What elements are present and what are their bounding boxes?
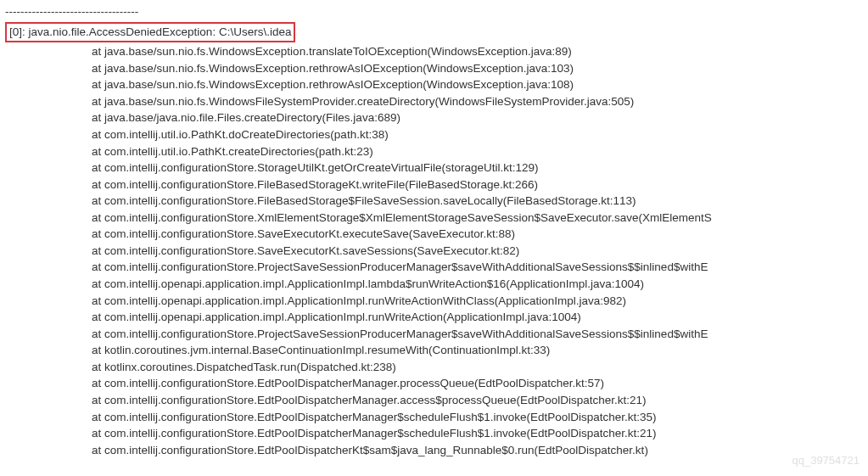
stacktrace-container: ----------------------------------- [0]:… (0, 0, 868, 462)
stack-line: at java.base/sun.nio.fs.WindowsFileSyste… (5, 93, 863, 110)
exception-highlight: [0]: java.nio.file.AccessDeniedException… (5, 22, 295, 43)
stack-line: at com.intellij.configurationStore.FileB… (5, 176, 863, 193)
divider: ----------------------------------- (5, 3, 863, 20)
stack-line: at java.base/java.nio.file.Files.createD… (5, 109, 863, 126)
stack-line: at kotlin.coroutines.jvm.internal.BaseCo… (5, 342, 863, 359)
stack-line: at com.intellij.configurationStore.EdtPo… (5, 392, 863, 409)
stack-line: at com.intellij.util.io.PathKt.createDir… (5, 143, 863, 160)
stack-line: at com.intellij.configurationStore.EdtPo… (5, 409, 863, 426)
stack-line: at com.intellij.openapi.application.impl… (5, 309, 863, 326)
watermark: qq_39754721 (792, 453, 860, 469)
stack-line: at com.intellij.configurationStore.EdtPo… (5, 375, 863, 392)
stack-line: at com.intellij.configurationStore.EdtPo… (5, 442, 863, 459)
stack-line: at java.base/sun.nio.fs.WindowsException… (5, 60, 863, 77)
stack-line: at com.intellij.configurationStore.EdtPo… (5, 425, 863, 442)
stack-line: at com.intellij.openapi.application.impl… (5, 293, 863, 310)
stack-line: at com.intellij.openapi.application.impl… (5, 276, 863, 293)
stack-line: at java.base/sun.nio.fs.WindowsException… (5, 76, 863, 93)
stack-line: at com.intellij.configurationStore.Proje… (5, 259, 863, 276)
stack-line: at java.base/sun.nio.fs.WindowsException… (5, 43, 863, 60)
stack-line: at com.intellij.configurationStore.Stora… (5, 160, 863, 176)
stack-line: at kotlinx.coroutines.DispatchedTask.run… (5, 359, 863, 376)
stack-line: at com.intellij.configurationStore.SaveE… (5, 226, 863, 243)
stack-line: at com.intellij.configurationStore.Proje… (5, 326, 863, 343)
stack-line: at com.intellij.configurationStore.FileB… (5, 193, 863, 210)
stack-line: at com.intellij.configurationStore.SaveE… (5, 243, 863, 260)
stack-line: at com.intellij.util.io.PathKt.doCreateD… (5, 126, 863, 143)
exception-row: [0]: java.nio.file.AccessDeniedException… (5, 22, 863, 44)
stack-list: at java.base/sun.nio.fs.WindowsException… (5, 43, 863, 458)
stack-line: at com.intellij.configurationStore.XmlEl… (5, 210, 863, 227)
